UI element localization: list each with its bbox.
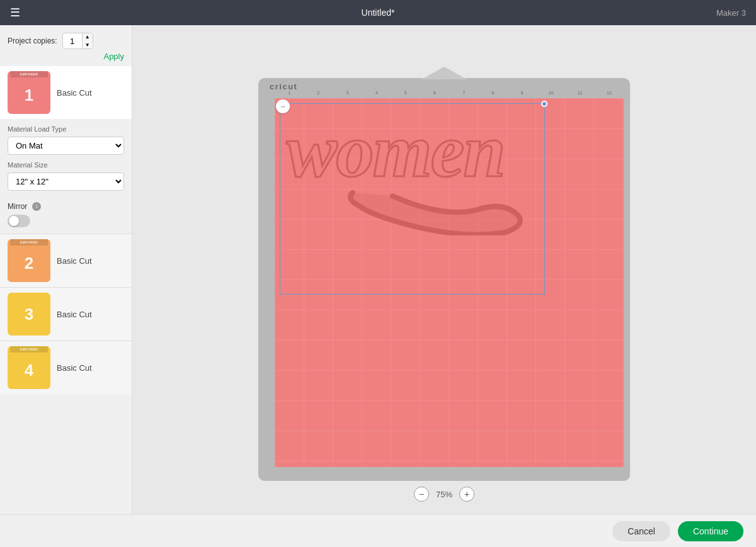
mat-thumbnail-1: EMPOWER 1 — [8, 71, 50, 114]
material-size-label: Material Size — [8, 161, 124, 169]
mat-thumbnail-3: 3 — [8, 293, 50, 336]
sidebar: Project copies: ▲ ▼ Apply EMPOWER 1 Basi… — [0, 25, 132, 514]
mat-1-controls: Material Load Type On Mat Without Mat Ma… — [0, 119, 132, 234]
ruler-top: 1 2 3 4 5 6 7 8 9 10 11 12 — [275, 89, 624, 97]
mat-item-4[interactable]: EMPOWER 4 Basic Cut — [0, 341, 132, 394]
mat-canvas-wrapper: cricut 1 2 3 4 5 6 7 8 9 10 11 12 — [258, 78, 630, 481]
material-size-select[interactable]: 12" x 12" 12" x 24" — [8, 172, 124, 191]
header-title: Untitled* — [362, 8, 395, 18]
mat-label-3: Basic Cut — [57, 310, 92, 319]
apply-button[interactable]: Apply — [103, 52, 124, 61]
continue-button[interactable]: Continue — [678, 521, 743, 541]
copies-down-button[interactable]: ▼ — [83, 41, 93, 49]
women-art-svg: women — [280, 103, 545, 236]
svg-text:women: women — [287, 108, 505, 192]
mat-number-3: 3 — [25, 305, 33, 324]
mat-thumbnail-4: EMPOWER 4 — [8, 346, 50, 389]
mat-options-button[interactable]: ··· — [276, 99, 290, 113]
canvas-area: cricut 1 2 3 4 5 6 7 8 9 10 11 12 — [132, 25, 756, 514]
material-load-type-select[interactable]: On Mat Without Mat — [8, 137, 124, 155]
mirror-row: Mirror i — [8, 202, 124, 211]
mat-item-1[interactable]: EMPOWER 1 Basic Cut — [0, 66, 132, 119]
mat-outer: cricut 1 2 3 4 5 6 7 8 9 10 11 12 — [258, 78, 630, 481]
material-load-type-label: Material Load Type — [8, 125, 124, 133]
zoom-in-button[interactable]: + — [459, 487, 474, 502]
zoom-level: 75% — [432, 490, 457, 499]
mirror-toggle[interactable] — [8, 215, 30, 227]
mat-item-2[interactable]: EMPOWER 2 Basic Cut — [0, 234, 132, 287]
footer: Cancel Continue — [0, 514, 756, 547]
mat-tab — [421, 67, 467, 79]
mat-thumb-stripe-4: EMPOWER — [10, 346, 48, 352]
cancel-button[interactable]: Cancel — [612, 521, 670, 541]
mat-label-4: Basic Cut — [57, 363, 92, 373]
machine-name: Maker 3 — [716, 8, 746, 18]
project-copies-row: Project copies: ▲ ▼ — [0, 25, 132, 49]
main-area: Project copies: ▲ ▼ Apply EMPOWER 1 Basi… — [0, 25, 756, 514]
copies-spinners: ▲ ▼ — [82, 33, 93, 49]
copies-input-wrap: ▲ ▼ — [62, 33, 93, 49]
zoom-controls: − 75% + — [414, 487, 474, 502]
mat-body: cricut 1 2 3 4 5 6 7 8 9 10 11 12 — [258, 78, 630, 481]
mat-item-3[interactable]: 3 Basic Cut — [0, 287, 132, 341]
zoom-out-button[interactable]: − — [414, 487, 429, 502]
mat-number-4: 4 — [25, 361, 33, 380]
mirror-info-icon[interactable]: i — [32, 202, 41, 211]
cutting-mat[interactable]: women — [275, 98, 624, 467]
mat-number-1: 1 — [25, 86, 33, 105]
mat-label-1: Basic Cut — [57, 88, 92, 98]
mat-thumbnail-2: EMPOWER 2 — [8, 239, 50, 282]
copies-up-button[interactable]: ▲ — [83, 33, 93, 41]
copies-input[interactable] — [63, 37, 82, 46]
menu-icon[interactable]: ☰ — [10, 6, 20, 20]
header: ☰ Untitled* Maker 3 — [0, 0, 756, 25]
mat-thumb-stripe-2: EMPOWER — [10, 239, 48, 245]
mirror-label: Mirror — [8, 202, 27, 211]
mat-number-2: 2 — [25, 254, 33, 273]
project-copies-label: Project copies: — [8, 37, 57, 45]
mat-thumb-stripe-1: EMPOWER — [10, 71, 48, 77]
apply-row: Apply — [0, 49, 132, 66]
mat-label-2: Basic Cut — [57, 256, 92, 266]
